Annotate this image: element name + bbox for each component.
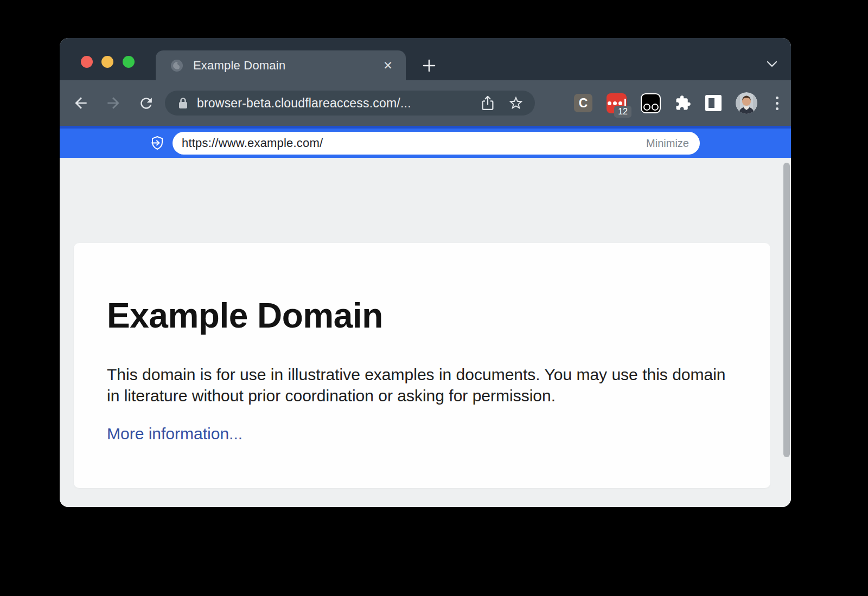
extensions-cluster: C 12 <box>574 92 782 114</box>
tab-title: Example Domain <box>193 59 380 73</box>
dot-icon <box>618 101 622 105</box>
remote-url-input[interactable]: https://www.example.com/ Minimize <box>173 132 700 155</box>
tab-close-icon[interactable]: ✕ <box>380 57 396 74</box>
kebab-dot-icon <box>776 102 778 105</box>
extensions-puzzle-button[interactable] <box>675 95 691 111</box>
globe-favicon-icon <box>170 59 184 73</box>
chevron-down-icon <box>765 57 778 71</box>
page-paragraph: This domain is for use in illustrative e… <box>107 364 737 406</box>
browser-window: Example Domain ✕ <box>60 38 791 507</box>
avatar-photo <box>736 92 757 114</box>
minimize-button[interactable]: Minimize <box>646 137 689 150</box>
extension-goggles-button[interactable] <box>641 93 661 113</box>
browser-toolbar: browser-beta.cloudflareaccess.com/... C … <box>60 80 791 126</box>
profile-avatar[interactable] <box>736 92 757 114</box>
tab-example-domain[interactable]: Example Domain ✕ <box>156 50 406 80</box>
extension-password-manager-button[interactable]: 12 <box>607 93 627 113</box>
lock-icon <box>178 97 188 110</box>
content-card: Example Domain This domain is for use in… <box>74 243 770 488</box>
bookmark-star-icon[interactable] <box>508 95 524 111</box>
scrollbar-thumb[interactable] <box>783 163 790 457</box>
side-panel-icon <box>709 98 714 108</box>
tab-strip: Example Domain ✕ <box>60 38 791 80</box>
address-url-text: browser-beta.cloudflareaccess.com/... <box>197 96 468 111</box>
back-button[interactable] <box>68 91 93 116</box>
tab-search-chevron-button[interactable] <box>765 57 778 71</box>
plus-icon <box>422 59 436 73</box>
goggle-lens-icon <box>643 104 650 111</box>
browser-menu-button[interactable] <box>771 94 782 112</box>
share-icon[interactable] <box>480 95 496 111</box>
remote-url-text: https://www.example.com/ <box>182 136 646 150</box>
more-information-link[interactable]: More information... <box>107 425 242 443</box>
kebab-dot-icon <box>776 97 778 99</box>
page-heading: Example Domain <box>107 295 737 337</box>
traffic-light-close-button[interactable] <box>81 56 93 68</box>
traffic-light-minimize-button[interactable] <box>101 56 113 68</box>
new-tab-button[interactable] <box>419 55 439 76</box>
dot-icon <box>608 101 611 105</box>
isolation-shield-icon <box>149 134 166 152</box>
reload-button[interactable] <box>133 91 158 116</box>
back-arrow-icon <box>72 94 90 112</box>
kebab-dot-icon <box>776 107 778 110</box>
dot-icon <box>613 101 617 105</box>
goggle-lens-icon <box>652 104 659 111</box>
forward-arrow-icon <box>105 94 122 112</box>
remote-browser-bar: https://www.example.com/ Minimize <box>60 126 791 158</box>
traffic-light-zoom-button[interactable] <box>123 56 135 68</box>
extension-c-button[interactable]: C <box>574 94 592 112</box>
page-viewport: Example Domain This domain is for use in… <box>60 158 791 507</box>
side-panel-button[interactable] <box>705 95 722 111</box>
extension-count-badge: 12 <box>614 106 631 118</box>
forward-button[interactable] <box>101 91 126 116</box>
reload-icon <box>138 95 155 112</box>
address-bar[interactable]: browser-beta.cloudflareaccess.com/... <box>165 91 535 116</box>
